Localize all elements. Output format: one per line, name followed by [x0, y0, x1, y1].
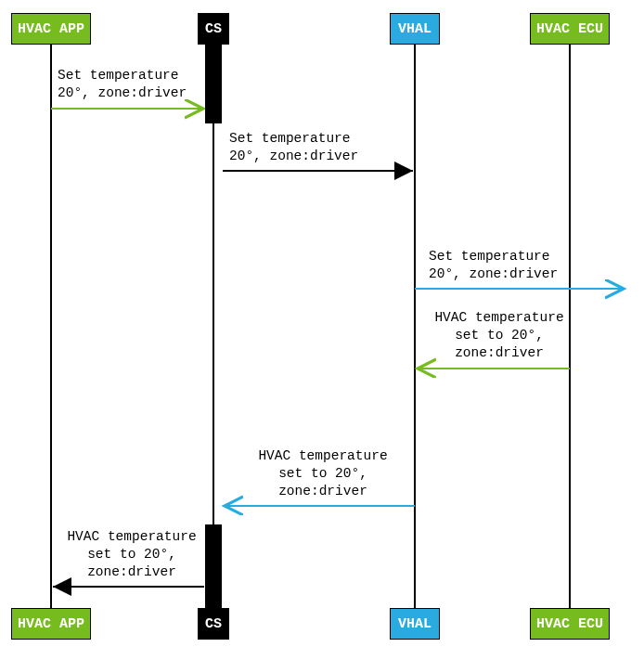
participant-cs-top: CS	[198, 13, 229, 45]
label-msg3-l1: Set temperature	[429, 248, 558, 265]
participant-hvac-app-bottom: HVAC APP	[11, 608, 91, 640]
sequence-diagram: HVAC APP CS VHAL HVAC ECU HVAC APP CS VH…	[0, 0, 644, 647]
label-msg2-l2: 20°, zone:driver	[229, 148, 358, 165]
label-msg6-l1: HVAC temperature	[58, 528, 206, 546]
label-msg6: HVAC temperature set to 20°, zone:driver	[58, 528, 206, 581]
label-msg4-l1: HVAC temperature	[425, 309, 573, 327]
participant-hvac-ecu-bottom: HVAC ECU	[530, 608, 610, 640]
label-msg1: Set temperature 20°, zone:driver	[58, 67, 187, 102]
label-msg3-l2: 20°, zone:driver	[429, 265, 558, 283]
label-msg5-l1: HVAC temperature	[239, 447, 406, 465]
label-msg5: HVAC temperature set to 20°, zone:driver	[239, 447, 406, 500]
label-msg1-l2: 20°, zone:driver	[58, 84, 187, 102]
label-msg5-l3: zone:driver	[239, 483, 406, 500]
label-msg6-l3: zone:driver	[58, 563, 206, 581]
activation-cs-bottom	[205, 524, 222, 608]
participant-cs-bottom: CS	[198, 608, 229, 640]
participant-hvac-ecu-top: HVAC ECU	[530, 13, 610, 45]
label-msg4: HVAC temperature set to 20°, zone:driver	[425, 309, 573, 362]
label-msg2: Set temperature 20°, zone:driver	[229, 130, 358, 165]
label-msg1-l1: Set temperature	[58, 67, 187, 84]
participant-vhal-top: VHAL	[390, 13, 440, 45]
label-msg2-l1: Set temperature	[229, 130, 358, 148]
label-msg4-l3: zone:driver	[425, 344, 573, 362]
label-msg6-l2: set to 20°,	[58, 546, 206, 563]
activation-cs-top	[205, 45, 222, 123]
participant-vhal-bottom: VHAL	[390, 608, 440, 640]
participant-hvac-app-top: HVAC APP	[11, 13, 91, 45]
label-msg4-l2: set to 20°,	[425, 327, 573, 344]
label-msg3: Set temperature 20°, zone:driver	[429, 248, 558, 283]
label-msg5-l2: set to 20°,	[239, 465, 406, 483]
